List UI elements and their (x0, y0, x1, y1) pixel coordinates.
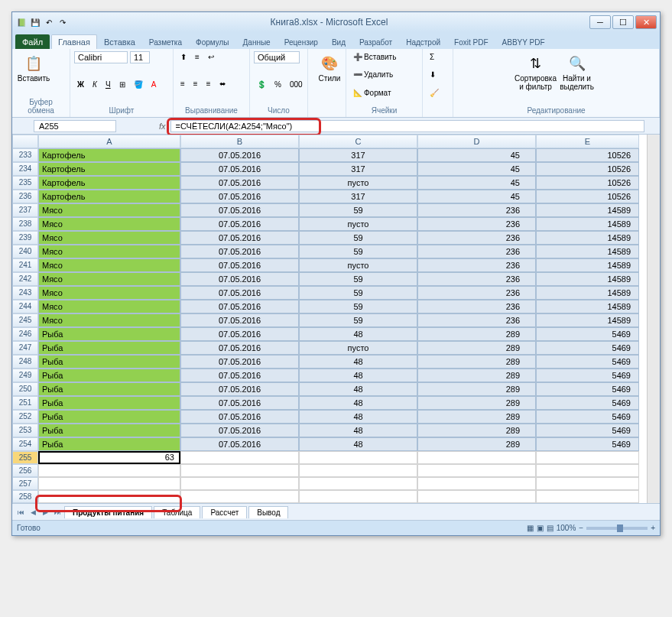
minimize-button[interactable]: ─ (589, 15, 611, 29)
redo-icon[interactable]: ↷ (57, 16, 69, 28)
fx-icon[interactable]: fx (154, 122, 170, 131)
cell[interactable]: 236 (417, 245, 536, 258)
cell[interactable]: 289 (417, 382, 536, 396)
cell[interactable]: 289 (417, 369, 536, 382)
delete-button[interactable]: ➖ Удалить (350, 69, 396, 80)
tab-insert[interactable]: Вставка (97, 34, 142, 49)
cell[interactable]: 07.05.2016 (180, 424, 299, 437)
zoom-slider[interactable] (586, 527, 648, 530)
cell[interactable]: Картофель (38, 148, 180, 162)
save-icon[interactable]: 💾 (29, 16, 41, 28)
cell[interactable]: 236 (417, 258, 536, 272)
cell[interactable]: 289 (417, 396, 536, 410)
merge-button[interactable]: ⬌ (216, 78, 229, 89)
cell[interactable]: 07.05.2016 (180, 148, 299, 162)
cell[interactable]: Мясо (38, 203, 180, 217)
row-header[interactable]: 258 (12, 490, 38, 503)
cell[interactable]: Мясо (38, 272, 180, 286)
cell[interactable]: 10526 (536, 176, 639, 190)
cell[interactable]: 14589 (536, 286, 639, 300)
percent-button[interactable]: % (271, 79, 284, 90)
cell[interactable] (38, 490, 180, 503)
cell[interactable]: Рыба (38, 327, 180, 341)
styles-button[interactable]: 🎨 Стили (312, 51, 347, 84)
row-header[interactable]: 244 (12, 300, 38, 313)
cell[interactable]: Мясо (38, 300, 180, 313)
cell[interactable] (299, 490, 417, 503)
cell[interactable]: 07.05.2016 (180, 231, 299, 245)
close-button[interactable]: ✕ (635, 15, 657, 29)
cell[interactable]: 45 (417, 162, 536, 176)
font-name[interactable]: Calibri (74, 51, 128, 63)
cell[interactable]: 10526 (536, 148, 639, 162)
cell[interactable]: 5469 (536, 369, 639, 382)
row-header[interactable]: 239 (12, 231, 38, 245)
cell[interactable]: 45 (417, 148, 536, 162)
italic-button[interactable]: К (89, 79, 100, 90)
cell[interactable]: пусто (299, 258, 417, 272)
row-header[interactable]: 237 (12, 203, 38, 217)
col-header-E[interactable]: E (536, 135, 639, 148)
cell[interactable] (536, 451, 639, 464)
col-header-A[interactable]: A (38, 135, 180, 148)
cell[interactable]: Рыба (38, 396, 180, 410)
cell[interactable]: 07.05.2016 (180, 410, 299, 424)
cell[interactable]: 14589 (536, 245, 639, 258)
cell[interactable]: 48 (299, 369, 417, 382)
cell[interactable]: 317 (299, 148, 417, 162)
tab-view[interactable]: Вид (325, 35, 352, 49)
insert-button[interactable]: ➕ Вставить (350, 51, 399, 63)
cell[interactable] (417, 451, 536, 464)
align-center[interactable]: ≡ (190, 78, 201, 89)
cell[interactable] (417, 490, 536, 503)
row-header[interactable]: 255 (12, 451, 38, 464)
row-header[interactable]: 257 (12, 477, 38, 490)
tab-review[interactable]: Рецензир (278, 35, 325, 49)
cell[interactable]: 5469 (536, 424, 639, 437)
clear-button[interactable]: 🧹 (427, 87, 442, 99)
row-header[interactable]: 236 (12, 190, 38, 203)
tab-addins[interactable]: Надстрой (399, 35, 447, 49)
cell[interactable] (180, 464, 299, 477)
cell[interactable] (417, 477, 536, 490)
cell[interactable]: 236 (417, 203, 536, 217)
format-button[interactable]: 📐 Формат (350, 87, 394, 99)
cell[interactable]: 07.05.2016 (180, 245, 299, 258)
bold-button[interactable]: Ж (74, 79, 87, 90)
cell[interactable] (38, 477, 180, 490)
cell[interactable]: 07.05.2016 (180, 286, 299, 300)
cell[interactable]: 59 (299, 286, 417, 300)
cell[interactable] (180, 490, 299, 503)
row-header[interactable]: 238 (12, 217, 38, 231)
row-header[interactable]: 233 (12, 148, 38, 162)
cell[interactable]: 14589 (536, 300, 639, 313)
cell[interactable]: 07.05.2016 (180, 396, 299, 410)
comma-button[interactable]: 000 (287, 79, 306, 90)
cell[interactable]: 48 (299, 382, 417, 396)
cell[interactable]: 07.05.2016 (180, 369, 299, 382)
cell[interactable]: Рыба (38, 382, 180, 396)
cell[interactable]: 14589 (536, 258, 639, 272)
formula-input[interactable]: =СЧЁТЕСЛИ(A2:A254;"Мясо") (170, 120, 644, 132)
cell[interactable] (536, 477, 639, 490)
cell[interactable]: 289 (417, 424, 536, 437)
underline-button[interactable]: Ч (102, 79, 114, 90)
row-header[interactable]: 256 (12, 464, 38, 477)
cell[interactable]: 07.05.2016 (180, 341, 299, 355)
row-header[interactable]: 250 (12, 382, 38, 396)
border-button[interactable]: ⊞ (116, 79, 128, 90)
cell[interactable]: 48 (299, 437, 417, 451)
zoom-in[interactable]: + (651, 524, 655, 532)
cell[interactable] (180, 477, 299, 490)
font-size[interactable]: 11 (130, 51, 150, 63)
cell[interactable]: 10526 (536, 162, 639, 176)
fill-button[interactable]: 🪣 (131, 79, 146, 90)
paste-button[interactable]: 📋 Вставить (16, 51, 51, 84)
cell[interactable]: 59 (299, 272, 417, 286)
cell[interactable]: 07.05.2016 (180, 217, 299, 231)
row-header[interactable]: 252 (12, 410, 38, 424)
cell[interactable]: 5469 (536, 355, 639, 369)
row-header[interactable]: 240 (12, 245, 38, 258)
align-top[interactable]: ⬆ (177, 51, 190, 63)
sheet-nav-prev[interactable]: ◀ (28, 507, 38, 518)
